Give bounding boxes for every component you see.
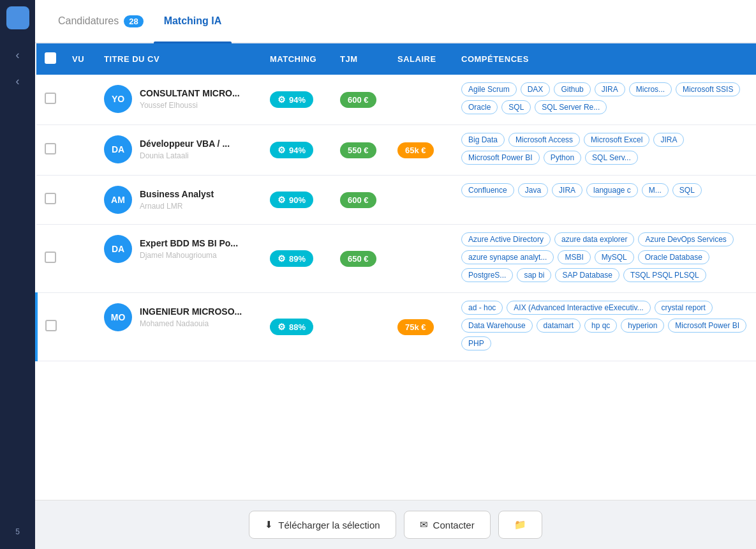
row-competences: Agile ScrumDAXGithubJIRAMicros...Microso…: [454, 75, 756, 125]
competence-tag[interactable]: Big Data: [461, 133, 505, 147]
competence-tag[interactable]: sap bi: [517, 268, 551, 282]
row-tjm: 600 €: [332, 75, 390, 125]
competence-tag[interactable]: Microsoft Excel: [584, 133, 649, 147]
competence-tag[interactable]: azure data explorer: [554, 232, 634, 246]
row-matching: ⚙94%: [262, 125, 332, 176]
competence-tag[interactable]: Confluence: [461, 183, 514, 197]
competence-tag[interactable]: Microsoft Access: [508, 133, 580, 147]
competence-tag[interactable]: SQL: [501, 100, 531, 114]
table-row: DADéveloppeur VBA / ...Dounia Lataali⚙94…: [36, 125, 756, 176]
header-vu: VU: [64, 43, 96, 75]
select-all-checkbox[interactable]: [45, 52, 56, 64]
competence-tag[interactable]: MySQL: [595, 250, 634, 264]
row-checkbox[interactable]: [45, 320, 57, 331]
competence-tag[interactable]: Java: [518, 183, 548, 197]
candidate-sub: Djamel Mahougriouma: [140, 251, 238, 260]
competence-tag[interactable]: Micros...: [629, 82, 672, 96]
tjm-badge: 550 €: [340, 142, 376, 158]
competence-tag[interactable]: Azure DevOps Services: [638, 232, 733, 246]
tjm-badge: 650 €: [340, 251, 376, 267]
contact-button[interactable]: ✉ Contacter: [404, 511, 491, 539]
tab-candidatures-label: Candidatures: [58, 15, 119, 27]
competence-tag[interactable]: datamart: [537, 319, 581, 333]
row-checkbox-cell: [36, 225, 64, 293]
tab-matching-ia[interactable]: Matching IA: [154, 0, 232, 42]
matching-badge: ⚙90%: [270, 192, 313, 208]
tjm-badge: 600 €: [340, 192, 376, 208]
folder-button[interactable]: 📁: [498, 511, 542, 539]
sidebar-chevron-2[interactable]: ‹: [16, 75, 20, 88]
competence-tag[interactable]: PHP: [461, 336, 491, 350]
salaire-badge: 75k €: [397, 319, 434, 335]
row-checkbox-cell: [36, 125, 64, 176]
avatar: AM: [104, 186, 132, 214]
table-row: AMBusiness AnalystArnaud LMR⚙90%600 €Con…: [36, 176, 756, 225]
download-label: Télécharger la sélection: [278, 520, 380, 530]
competence-tag[interactable]: Data Warehouse: [461, 319, 533, 333]
row-candidate[interactable]: DAExpert BDD MS BI Po...Djamel Mahougrio…: [96, 225, 262, 293]
row-checkbox[interactable]: [45, 143, 56, 154]
row-tjm: [332, 293, 390, 361]
tab-matching-ia-label: Matching IA: [164, 15, 222, 27]
row-vu: [64, 125, 96, 176]
row-checkbox[interactable]: [45, 252, 56, 263]
candidate-sub: Arnaud LMR: [140, 202, 214, 211]
row-tjm: 600 €: [332, 176, 390, 225]
competence-tag[interactable]: M...: [642, 183, 669, 197]
sidebar-chevron-1[interactable]: ‹: [16, 49, 20, 62]
competence-tag[interactable]: Oracle: [461, 100, 498, 114]
competence-tag[interactable]: Microsoft SSIS: [676, 82, 740, 96]
competence-tag[interactable]: Oracle Database: [638, 250, 709, 264]
competence-tag[interactable]: ad - hoc: [461, 301, 503, 315]
row-tjm: 650 €: [332, 225, 390, 293]
row-vu: [64, 75, 96, 125]
competence-tag[interactable]: MSBI: [558, 250, 590, 264]
matching-badge: ⚙94%: [270, 91, 313, 108]
competence-tag[interactable]: JIRA: [653, 133, 684, 147]
competence-tag[interactable]: SAP Database: [555, 268, 619, 282]
competence-tag[interactable]: Azure Active Directory: [461, 232, 551, 246]
row-salaire: [390, 75, 454, 125]
competence-tag[interactable]: hp qc: [584, 319, 617, 333]
row-candidate[interactable]: AMBusiness AnalystArnaud LMR: [96, 176, 262, 225]
competence-tag[interactable]: JIRA: [595, 82, 625, 96]
competence-tag[interactable]: DAX: [521, 82, 551, 96]
header-matching: MATCHING: [262, 43, 332, 75]
competence-tag[interactable]: JIRA: [552, 183, 582, 197]
competence-tag[interactable]: TSQL PSQL PLSQL: [623, 268, 706, 282]
competence-tag[interactable]: hyperion: [621, 319, 664, 333]
sidebar: ‹ ‹ 5: [0, 0, 35, 549]
row-checkbox[interactable]: [45, 193, 56, 204]
competence-tag[interactable]: crystal report: [655, 301, 713, 315]
competence-tag[interactable]: Microsoft Power BI: [668, 319, 746, 333]
header-titre: TITRE DU CV: [96, 43, 262, 75]
competence-tag[interactable]: language c: [586, 183, 638, 197]
competence-tag[interactable]: SQL Server Re...: [535, 100, 607, 114]
row-checkbox[interactable]: [45, 93, 56, 104]
matching-badge: ⚙88%: [270, 319, 313, 335]
competence-tag[interactable]: azure synapse analyt...: [461, 250, 554, 264]
folder-icon: 📁: [514, 519, 526, 530]
download-button[interactable]: ⬇ Télécharger la sélection: [249, 511, 396, 539]
sidebar-logo: [6, 6, 29, 29]
competence-tag[interactable]: Microsoft Power BI: [461, 151, 540, 165]
matching-badge: ⚙89%: [270, 250, 313, 267]
row-candidate[interactable]: YOCONSULTANT MICRO...Youssef Elhoussi: [96, 75, 262, 125]
competence-tag[interactable]: Agile Scrum: [461, 82, 517, 96]
candidates-table: VU TITRE DU CV MATCHING TJM SALAIRE COMP…: [35, 43, 756, 361]
download-icon: ⬇: [265, 519, 273, 530]
header-checkbox[interactable]: [36, 43, 64, 75]
avatar: DA: [104, 135, 132, 163]
candidate-name: Expert BDD MS BI Po...: [140, 238, 238, 248]
competence-tag[interactable]: Python: [544, 151, 581, 165]
row-candidate[interactable]: DADéveloppeur VBA / ...Dounia Lataali: [96, 125, 262, 176]
row-competences: ConfluenceJavaJIRAlanguage cM...SQL: [454, 176, 756, 225]
competence-tag[interactable]: SQL: [672, 183, 702, 197]
competence-tag[interactable]: SQL Serv...: [585, 151, 638, 165]
row-candidate[interactable]: MOINGENIEUR MICROSO...Mohamed Nadaouia: [96, 293, 262, 361]
table-header-row: VU TITRE DU CV MATCHING TJM SALAIRE COMP…: [36, 43, 756, 75]
competence-tag[interactable]: Github: [554, 82, 590, 96]
tab-candidatures[interactable]: Candidatures 28: [48, 0, 154, 43]
competence-tag[interactable]: AIX (Advanced Interactive eExecutiv...: [507, 301, 650, 315]
competence-tag[interactable]: PostgreS...: [461, 268, 513, 282]
